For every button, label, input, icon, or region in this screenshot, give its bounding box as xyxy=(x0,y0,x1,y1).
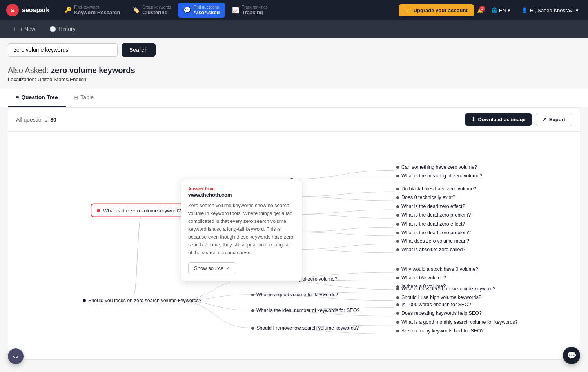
co-widget[interactable]: co xyxy=(8,348,24,364)
right-node[interactable]: Does 0 technically exist? xyxy=(396,195,456,200)
second-bar: ＋ + New 🕐 History xyxy=(0,20,588,38)
node-dot xyxy=(396,277,399,279)
tab-question-tree-label: Question Tree xyxy=(21,94,58,100)
node-dot xyxy=(396,312,399,315)
node-dot xyxy=(396,223,399,226)
tooltip-source: www.thehoth.com xyxy=(188,192,295,198)
right-node-label: Does 0 technically exist? xyxy=(401,195,456,200)
content-header: All questions: 80 ⬇ Download as image ↗ … xyxy=(8,108,580,132)
bottom-central-label: Should you focus on zero search volume k… xyxy=(88,298,201,303)
node-dot xyxy=(396,196,399,199)
right-node-label: What is absolute zero called? xyxy=(401,247,465,252)
right-node-label: Can something have zero volume? xyxy=(401,164,477,170)
mid-node[interactable]: What is the ideal number of keywords for… xyxy=(251,308,359,313)
right-node[interactable]: What is the dead zero problem? xyxy=(396,230,471,235)
tooltip-body: Zero search volume keywords show no sear… xyxy=(188,202,295,257)
download-label: Download as image xyxy=(478,117,525,122)
right-node[interactable]: Does repeating keywords help SEO? xyxy=(396,310,482,316)
all-questions-count: All questions: 80 xyxy=(16,117,56,123)
history-button[interactable]: 🕐 History xyxy=(46,24,79,34)
nav-icon-tracking: 📈 xyxy=(232,7,240,14)
nav-item-keyword-research[interactable]: 🔑 Find keywords Keyword Research xyxy=(59,3,125,18)
nav-icon-clustering: 🏷️ xyxy=(132,7,140,14)
logo-area: S seospark xyxy=(6,4,49,16)
export-icon: ↗ xyxy=(543,117,547,122)
show-source-button[interactable]: Show source ↗ xyxy=(188,262,236,274)
node-dot xyxy=(396,188,399,190)
node-dot xyxy=(396,321,399,324)
right-node[interactable]: Can something have zero volume? xyxy=(396,164,477,170)
right-node[interactable]: Do black holes have zero volume? xyxy=(396,186,476,191)
nav-big-clustering: Clustering xyxy=(142,9,171,15)
node-dot xyxy=(396,205,399,208)
query-text: zero volume keywords xyxy=(51,66,135,75)
right-node[interactable]: What is considered a low volume keyword? xyxy=(396,286,495,292)
central-node[interactable]: What is the zero volume keyword? xyxy=(91,204,187,217)
right-node[interactable]: Is 1000 words enough for SEO? xyxy=(396,302,471,307)
right-node[interactable]: What is absolute zero called? xyxy=(396,247,465,252)
right-node[interactable]: Should I use high volume keywords? xyxy=(396,295,481,300)
localization-text: Localization: United States/English xyxy=(8,77,580,82)
tree-icon: ≡ xyxy=(16,94,19,100)
tab-question-tree[interactable]: ≡ Question Tree xyxy=(8,89,66,107)
search-input[interactable] xyxy=(8,43,118,57)
nav-item-tracking[interactable]: 📈 Track rankings Tracking xyxy=(227,3,273,18)
export-label: Export xyxy=(549,117,565,122)
right-node[interactable]: What is the dead zero effect? xyxy=(396,221,465,227)
nav-items: 🔑 Find keywords Keyword Research 🏷️ Grou… xyxy=(59,3,273,18)
mid-node-label: What is the ideal number of keywords for… xyxy=(256,308,359,313)
tab-table[interactable]: ⊞ Table xyxy=(66,89,102,107)
mid-node[interactable]: Should I remove low search volume keywor… xyxy=(251,325,359,331)
export-button[interactable]: ↗ Export xyxy=(536,113,572,126)
right-node[interactable]: Are too many keywords bad for SEO? xyxy=(396,328,484,334)
right-node[interactable]: What is the dead zero effect? xyxy=(396,204,465,209)
right-node[interactable]: Why would a stock have 0 volume? xyxy=(396,266,478,272)
localization-value: United States/English xyxy=(38,77,86,82)
mid-node[interactable]: What is a good volume for keywords? xyxy=(251,292,338,297)
language-selector[interactable]: 🌐 EN ▾ xyxy=(488,6,514,15)
show-source-label: Show source xyxy=(194,265,223,271)
localization-label: Localization: xyxy=(8,77,36,82)
right-node[interactable]: What is a good monthly search volume for… xyxy=(396,319,518,325)
chevron-down-icon: ▾ xyxy=(576,7,579,13)
nav-big-tracking: Tracking xyxy=(242,9,267,15)
right-node[interactable]: What is the dead zero problem? xyxy=(396,212,471,218)
right-node[interactable]: What does zero volume mean? xyxy=(396,238,469,244)
node-dot xyxy=(83,299,86,302)
chevron-down-icon: ▾ xyxy=(508,7,510,13)
bottom-central-node[interactable]: Should you focus on zero search volume k… xyxy=(83,298,201,303)
download-image-button[interactable]: ⬇ Download as image xyxy=(465,113,532,126)
crown-icon: 👑 xyxy=(405,7,411,13)
content-header-actions: ⬇ Download as image ↗ Export xyxy=(465,113,572,126)
node-dot xyxy=(396,296,399,299)
right-node[interactable]: What is 0% volume? xyxy=(396,275,446,281)
right-node-label: Is 1000 words enough for SEO? xyxy=(401,302,471,307)
nav-item-clustering[interactable]: 🏷️ Group keywords Clustering xyxy=(127,3,176,18)
user-menu[interactable]: 👤 Hi, Saeed Khosravi ▾ xyxy=(518,6,582,15)
history-label: History xyxy=(58,26,76,32)
right-node-label: What is a good monthly search volume for… xyxy=(401,319,518,325)
node-dot xyxy=(396,214,399,217)
search-button[interactable]: Search xyxy=(122,43,156,57)
right-node-label: What does zero volume mean? xyxy=(401,238,469,244)
right-node[interactable]: What is the meaning of zero volume? xyxy=(396,173,482,179)
new-label: + New xyxy=(20,26,35,32)
chat-icon: 💬 xyxy=(567,351,577,360)
node-dot xyxy=(251,309,254,312)
download-icon: ⬇ xyxy=(471,117,475,122)
node-dot xyxy=(396,288,399,290)
right-node-label: Should I use high volume keywords? xyxy=(401,295,481,300)
chat-widget[interactable]: 💬 xyxy=(563,347,580,364)
right-node-label: What is considered a low volume keyword? xyxy=(401,286,495,292)
notifications-button[interactable]: 🔔 1 xyxy=(477,7,483,13)
user-icon: 👤 xyxy=(521,7,528,13)
page-title: Also Asked: zero volume keywords xyxy=(8,66,580,75)
new-button[interactable]: ＋ + New xyxy=(8,24,38,35)
central-node-box[interactable]: What is the zero volume keyword? xyxy=(91,204,187,217)
upgrade-button[interactable]: 👑 Upgrade your account xyxy=(399,4,474,16)
node-dot xyxy=(396,268,399,271)
notification-badge: 1 xyxy=(479,6,485,11)
question-count: 80 xyxy=(50,117,56,123)
search-bar: Search xyxy=(0,38,588,62)
nav-item-also-asked[interactable]: 💬 Find questions AlsoAsked xyxy=(178,3,225,18)
